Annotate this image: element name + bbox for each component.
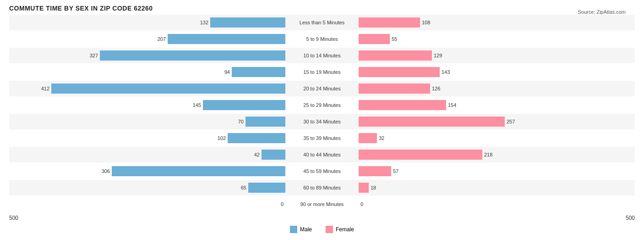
value-male: 145 (193, 102, 201, 108)
chart-container: 132Less than 5 Minutes1082075 to 9 Minut… (9, 15, 635, 233)
bar-male (248, 183, 285, 193)
table-row: 6560 to 89 Minutes18 (9, 180, 635, 195)
bar-female (359, 67, 440, 77)
table-row: 090 or more Minutes0 (9, 196, 635, 212)
right-section: 218 (359, 147, 635, 162)
legend-male-box (290, 226, 297, 233)
right-section: 126 (359, 81, 635, 96)
value-female: 32 (379, 135, 384, 141)
right-section: 143 (359, 64, 635, 80)
axis-left: 500 (9, 215, 286, 221)
bar-male (262, 150, 285, 160)
bar-female (359, 183, 369, 193)
bar-female (359, 117, 505, 127)
row-label: 20 to 24 Minutes (285, 86, 359, 91)
bar-female (359, 50, 432, 61)
row-label: 90 or more Minutes (285, 201, 359, 207)
value-female: 108 (422, 20, 430, 25)
value-female: 0 (360, 201, 363, 207)
value-female: 154 (448, 102, 456, 108)
left-section: 102 (9, 130, 285, 146)
left-section: 412 (9, 81, 285, 96)
table-row: 30645 to 59 Minutes57 (9, 163, 635, 179)
chart-title: COMMUTE TIME BY SEX IN ZIP CODE 62260 (9, 5, 635, 12)
left-section: 94 (9, 64, 285, 80)
left-section: 65 (9, 180, 285, 195)
row-label: 5 to 9 Minutes (285, 36, 359, 42)
legend-female-box (326, 226, 333, 233)
table-row: 2075 to 9 Minutes55 (9, 31, 635, 47)
value-female: 143 (442, 69, 450, 75)
value-male: 306 (102, 168, 110, 174)
left-section: 0 (9, 196, 285, 212)
bar-male (100, 50, 285, 61)
legend-female: Female (326, 226, 354, 233)
bar-male (51, 84, 285, 94)
row-label: 10 to 14 Minutes (285, 53, 359, 58)
value-male: 42 (254, 152, 260, 157)
bar-female (359, 166, 391, 176)
value-female: 57 (393, 168, 398, 174)
left-section: 306 (9, 163, 285, 179)
left-section: 42 (9, 147, 285, 162)
value-male: 94 (224, 69, 230, 75)
right-section: 18 (359, 180, 635, 195)
bar-male (246, 117, 285, 127)
bar-male (210, 17, 285, 28)
bar-female (359, 84, 430, 94)
left-section: 132 (9, 15, 285, 30)
left-section: 207 (9, 31, 285, 47)
right-section: 57 (359, 163, 635, 179)
row-label: 25 to 29 Minutes (285, 102, 359, 108)
left-section: 145 (9, 97, 285, 113)
legend-female-label: Female (336, 226, 354, 233)
table-row: 41220 to 24 Minutes126 (9, 81, 635, 96)
value-male: 132 (200, 20, 208, 25)
value-female: 126 (432, 86, 440, 91)
bar-male (232, 67, 285, 77)
value-female: 129 (434, 53, 442, 58)
axis-right: 500 (358, 215, 635, 221)
bar-female (359, 34, 390, 44)
row-label: Less than 5 Minutes (285, 20, 359, 25)
right-section: 32 (359, 130, 635, 146)
left-section: 70 (9, 114, 285, 129)
legend: Male Female (9, 226, 635, 233)
right-section: 108 (359, 15, 635, 30)
axis-labels: 500 500 (9, 213, 635, 223)
right-section: 257 (359, 114, 635, 129)
bar-female (359, 133, 377, 143)
right-section: 55 (359, 31, 635, 47)
row-label: 45 to 59 Minutes (285, 168, 359, 174)
value-male: 207 (158, 36, 166, 42)
right-section: 154 (359, 97, 635, 113)
table-row: 7030 to 34 Minutes257 (9, 114, 635, 129)
table-row: 10235 to 39 Minutes32 (9, 130, 635, 146)
value-male: 65 (241, 185, 246, 190)
value-female: 218 (484, 152, 492, 157)
table-row: 9415 to 19 Minutes143 (9, 64, 635, 80)
value-female: 257 (507, 119, 515, 124)
bar-male (168, 34, 285, 44)
row-label: 35 to 39 Minutes (285, 135, 359, 141)
row-label: 30 to 34 Minutes (285, 119, 359, 124)
value-male: 70 (238, 119, 244, 124)
bar-female (359, 150, 482, 160)
value-male: 327 (90, 53, 98, 58)
value-male: 0 (281, 201, 284, 207)
legend-male: Male (290, 226, 312, 233)
table-row: 4240 to 44 Minutes218 (9, 147, 635, 162)
left-section: 327 (9, 48, 285, 63)
right-section: 129 (359, 48, 635, 63)
value-male: 102 (218, 135, 226, 141)
table-row: 132Less than 5 Minutes108 (9, 15, 635, 30)
bar-female (359, 17, 420, 28)
table-row: 32710 to 14 Minutes129 (9, 48, 635, 63)
row-label: 15 to 19 Minutes (285, 69, 359, 75)
bar-female (359, 100, 446, 110)
source-label: Source: ZipAtlas.com (578, 9, 626, 15)
row-label: 40 to 44 Minutes (285, 152, 359, 157)
legend-male-label: Male (300, 226, 312, 233)
bar-male (112, 166, 285, 176)
value-female: 18 (371, 185, 376, 190)
